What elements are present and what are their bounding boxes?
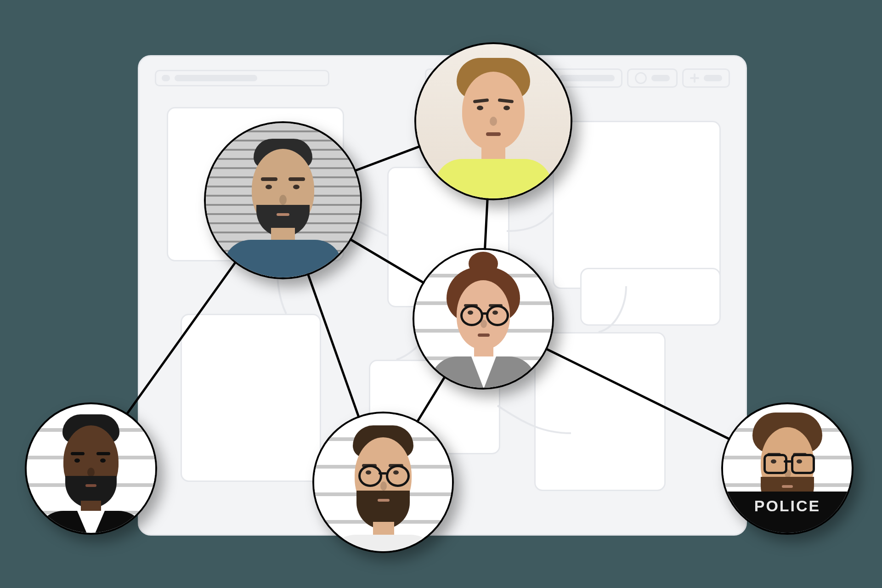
mugshot-portrait (206, 123, 360, 277)
suspect-node-upper-center[interactable] (204, 121, 362, 279)
suspect-node-bottom-center[interactable] (312, 412, 454, 553)
mugshot-portrait: POLICE (723, 404, 852, 533)
mugshot-portrait (414, 250, 552, 388)
mugshot-portrait (314, 413, 452, 551)
mugshot-portrait (416, 44, 571, 198)
suspect-node-bottom-left[interactable] (25, 402, 157, 535)
suspect-node-bottom-right[interactable]: POLICE (721, 402, 854, 535)
suspect-node-mid-right[interactable] (413, 248, 554, 390)
diagram-stage: POLICE (0, 0, 882, 588)
mugshot-portrait (27, 404, 155, 533)
suspect-node-top-right[interactable] (414, 42, 572, 200)
